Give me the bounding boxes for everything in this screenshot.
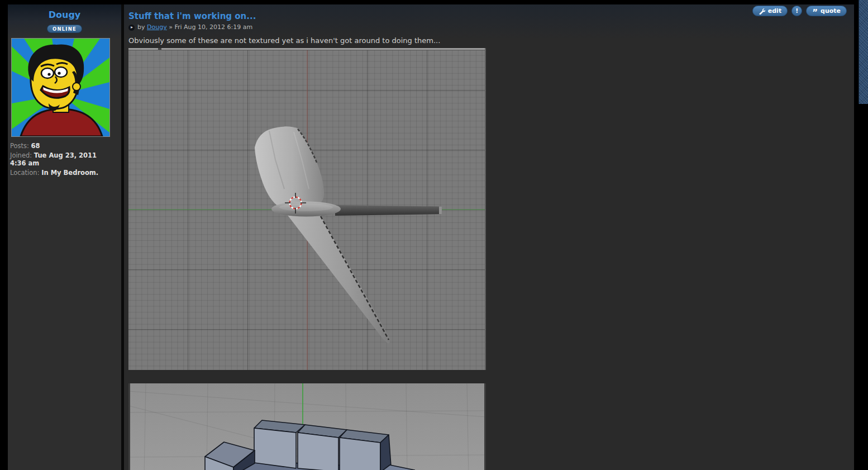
post-toolbar: edit ! ” quote (752, 6, 847, 16)
author-link[interactable]: Dougy (147, 23, 167, 31)
post-content: edit ! ” quote Stuff that i'm working on… (124, 4, 854, 470)
report-button-label: ! (795, 7, 798, 15)
forum-post-row: Dougy ONLINE (8, 4, 854, 470)
quote-button-label: quote (821, 7, 841, 15)
profile-sidebar: Dougy ONLINE (8, 4, 121, 470)
quote-icon: ” (812, 10, 818, 16)
post-body-text: Obviously some of these are not textured… (128, 36, 854, 45)
post-byline: ▸ by Dougy » Fri Aug 10, 2012 6:19 am (128, 23, 854, 31)
attachment-image-couch (128, 383, 486, 470)
posts-label: Posts: (10, 142, 29, 150)
joined-label: Joined: (10, 151, 32, 159)
post-datetime: Fri Aug 10, 2012 6:19 am (174, 23, 252, 31)
location-label: Location: (10, 169, 40, 177)
online-status-badge: ONLINE (47, 25, 82, 33)
couch-render (128, 383, 486, 470)
username-link[interactable]: Dougy (8, 4, 121, 20)
post-arrow-icon: ▸ (131, 25, 133, 30)
byline-prefix: by (137, 23, 145, 31)
wrench-icon (759, 8, 765, 15)
joined-field: Joined: Tue Aug 23, 2011 4:36 am (10, 151, 109, 168)
edit-button[interactable]: edit (752, 6, 788, 16)
online-badge-wrap: ONLINE (8, 22, 121, 33)
quote-button[interactable]: ” quote (806, 6, 847, 16)
profile-fields: Posts: 68 Joined: Tue Aug 23, 2011 4:36 … (8, 142, 109, 177)
edit-button-label: edit (768, 7, 781, 15)
sword-render (128, 48, 486, 370)
report-button[interactable]: ! (791, 6, 802, 16)
post-title-link[interactable]: Stuff that i'm working on... (128, 11, 256, 21)
byline-separator: » (169, 23, 173, 31)
post-icon[interactable]: ▸ (128, 25, 135, 31)
byline-text: by Dougy » Fri Aug 10, 2012 6:19 am (137, 23, 252, 31)
posts-field: Posts: 68 (10, 142, 109, 150)
posts-value: 68 (31, 142, 40, 150)
location-value: In My Bedroom. (41, 169, 98, 177)
location-field: Location: In My Bedroom. (10, 169, 109, 177)
scrollbar-thumb[interactable] (859, 0, 868, 104)
user-avatar (11, 38, 110, 137)
attachment-image-sword (128, 48, 486, 370)
